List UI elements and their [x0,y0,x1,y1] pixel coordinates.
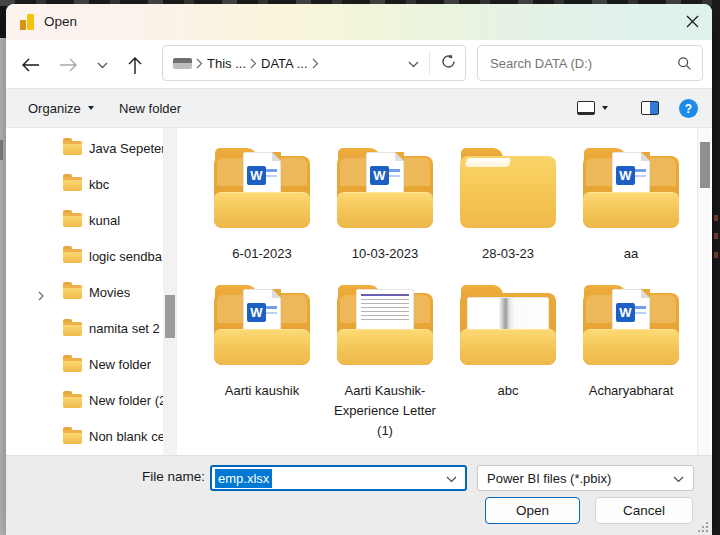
background-window-left-notch [0,140,3,160]
selected-text: emp.xlsx [215,469,272,488]
sidebar-item-label: Java Sepetem [89,141,163,156]
file-item[interactable]: W 10-03-2023 [326,148,444,264]
file-item[interactable]: Aarti Kaushik-Experience Letter (1) [326,285,444,441]
folder-icon [63,213,82,227]
new-folder-button[interactable]: New folder [119,89,181,127]
dialog-footer: File name: emp.xlsx Power BI files (*.pb… [6,455,712,535]
chevron-down-icon [673,476,684,483]
back-button[interactable] [18,55,42,75]
dialog-title: Open [44,14,77,29]
cancel-button[interactable]: Cancel [595,497,693,524]
sidebar-item-label: kunal [89,213,120,228]
file-item[interactable]: abc [449,285,567,441]
folder-icon [63,430,82,444]
folder-with-word-doc-icon: W [337,148,433,228]
file-name-label: abc [452,381,564,401]
change-view-button[interactable] [577,89,608,127]
help-button[interactable]: ? [679,99,698,118]
sidebar-item-movies[interactable]: Movies [6,274,163,310]
sidebar-item-kbc[interactable]: kbc [6,166,163,202]
preview-pane-button[interactable] [641,89,659,127]
search-input[interactable]: Search DATA (D:) [477,45,703,81]
sidebar-item-non-blank-ce[interactable]: Non blank ce [6,419,163,455]
address-divider [429,52,430,74]
sidebar-item-new-folder[interactable]: New folder [6,347,163,383]
navigation-bar: This ... DATA ... Search DA [6,40,712,88]
new-folder-label: New folder [119,101,181,116]
file-name-label: Acharyabharat [575,381,687,401]
refresh-button[interactable] [440,53,457,74]
search-icon [677,56,692,71]
sidebar-item-label: New folder (2 [89,393,163,408]
sidebar-item-java-sepetem[interactable]: Java Sepetem [6,130,163,166]
background-window-right-edge [712,0,720,535]
sidebar-item-namita-set-2[interactable]: namita set 2 [6,311,163,347]
refresh-icon [440,53,457,70]
folder-icon [63,394,82,408]
organize-button[interactable]: Organize [28,89,94,127]
file-type-select[interactable]: Power BI files (*.pbix) [477,465,694,491]
close-icon [686,15,699,28]
breadcrumb-chevron-icon [196,58,203,69]
organize-label: Organize [28,101,81,116]
folder-with-word-doc-icon: W [583,285,679,365]
scrollbar-thumb[interactable] [700,142,710,188]
folder-icon [63,285,82,299]
scrollbar-thumb[interactable] [165,295,175,338]
screen: { "window": { "title": "Open" }, "nav": … [0,0,720,535]
up-arrow-icon [128,56,142,75]
breadcrumb-chevron-icon [312,58,319,69]
sidebar-item-label: Movies [89,285,130,300]
back-arrow-icon [21,58,40,72]
file-list: W 6-01-2023 W 10-03-2023 [177,128,697,455]
file-item[interactable]: W aa [572,148,690,264]
folder-icon [63,322,82,336]
expand-chevron-icon[interactable] [36,287,46,297]
forward-button[interactable] [56,55,80,75]
command-toolbar: Organize New folder ? [6,88,712,128]
file-name-label: Aarti kaushik [206,381,318,401]
file-name-label: Aarti Kaushik-Experience Letter (1) [329,381,441,441]
file-item[interactable]: W Acharyabharat [572,285,690,441]
combo-dropdown-button[interactable] [673,471,684,486]
power-bi-icon [19,14,35,30]
sidebar-scrollbar[interactable] [163,128,177,455]
closed-folder-icon [460,148,556,228]
view-mode-icon [577,101,595,115]
file-item[interactable]: W Aarti kaushik [203,285,321,441]
folder-icon [63,358,82,372]
drive-icon [173,58,192,69]
forward-arrow-icon [59,58,78,72]
sidebar-item-label: namita set 2 [89,321,160,336]
chevron-down-icon [97,62,108,69]
folder-icon [63,141,82,155]
file-name-label: 28-03-23 [452,244,564,264]
open-button[interactable]: Open [485,497,580,524]
combo-dropdown-button[interactable] [446,469,457,487]
cancel-button-label: Cancel [623,503,665,518]
recent-locations-button[interactable] [94,55,110,75]
chevron-down-icon [446,476,457,483]
breadcrumb-data-drive[interactable]: DATA ... [261,56,307,71]
file-name-label: aa [575,244,687,264]
sidebar-item-label: logic sendba [89,249,162,264]
file-name-input[interactable]: emp.xlsx [210,465,467,491]
sidebar-item-logic-sendba[interactable]: logic sendba [6,238,163,274]
address-dropdown-button[interactable] [408,54,419,72]
breadcrumb-chevron-icon [250,58,257,69]
open-file-dialog: Open [6,4,712,535]
sidebar-item-new-folder-2[interactable]: New folder (2 [6,383,163,419]
close-button[interactable] [676,8,708,35]
up-button[interactable] [123,55,147,75]
resize-grip[interactable] [697,521,708,532]
file-list-scrollbar[interactable] [697,128,711,455]
sidebar-item-label: kbc [89,177,109,192]
file-item[interactable]: 28-03-23 [449,148,567,264]
preview-pane-icon [641,101,659,115]
dialog-titlebar[interactable]: Open [6,4,712,40]
address-bar[interactable]: This ... DATA ... [162,45,466,81]
sidebar-item-kunal[interactable]: kunal [6,202,163,238]
file-item[interactable]: W 6-01-2023 [203,148,321,264]
breadcrumb-this-pc[interactable]: This ... [207,56,246,71]
file-type-value: Power BI files (*.pbix) [487,471,611,486]
